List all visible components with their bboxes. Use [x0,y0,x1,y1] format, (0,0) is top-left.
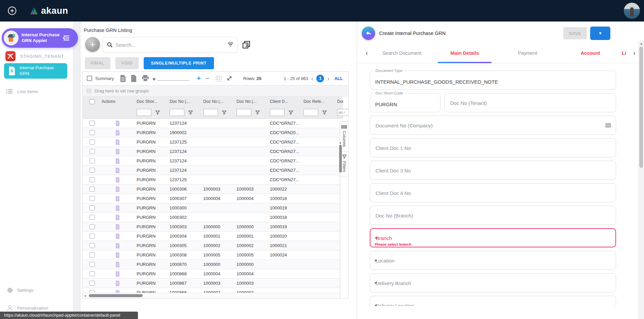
detail-tab[interactable]: Search Document [370,43,433,63]
row-document-icon[interactable] [115,243,120,248]
row-document-icon[interactable] [115,121,120,126]
table-row[interactable]: PURGRN 1000305 1000002 1000002 1000021 [83,241,343,250]
form-field[interactable]: Client Doc 1 No ⋯ [370,138,616,157]
row-document-icon[interactable] [115,252,120,258]
row-document-icon[interactable] [115,234,120,239]
ellipsis-icon[interactable]: ⋯ [605,123,611,128]
row-document-icon[interactable] [115,149,120,154]
sidebar-item-settings[interactable]: Settings [7,287,34,293]
table-row[interactable]: PURGRN 1000868 1000004 1000004 [83,269,343,279]
form-field[interactable]: Location ⋯ [370,251,616,270]
form-field[interactable]: Delivery Location ⋯ [370,296,616,306]
row-checkbox[interactable] [90,149,95,154]
row-document-icon[interactable] [115,205,120,211]
row-checkbox[interactable] [90,168,95,173]
table-row[interactable]: PURGRN 1000303 1000000 1000000 1000019 [83,222,343,232]
applet-header[interactable]: Internal Purchase GRN Applet [2,28,78,48]
row-checkbox[interactable] [90,130,95,135]
column-header[interactable]: Doc No (... [233,99,266,104]
scroll-thumb[interactable] [639,47,643,168]
user-avatar[interactable] [624,3,640,19]
form-field[interactable]: Doc No (Tenant) ⋯ [444,93,616,112]
filter-button[interactable]: VOID [115,57,139,69]
funnel-icon[interactable] [155,111,160,115]
row-document-icon[interactable] [115,139,120,145]
form-field[interactable]: Client Doc 4 No ⋯ [370,183,616,202]
row-group-dropzone[interactable]: Drag here to set row groups [83,85,348,96]
row-checkbox[interactable] [90,139,95,145]
row-document-icon[interactable] [115,224,120,230]
row-document-icon[interactable] [115,271,120,277]
table-row[interactable]: PURGRN 1237124 CDC*GRN27... [83,156,343,166]
global-add-icon[interactable] [7,6,17,15]
sidebar-collapse-icon[interactable] [62,35,70,41]
search-input[interactable] [115,42,227,48]
table-row[interactable]: PURGRN 1237125 CDC*GRN27... [83,137,343,147]
form-field[interactable]: Document Type INTERNAL_PURCHASE_GOODS_RE… [370,71,616,90]
column-filter-input[interactable] [170,109,184,116]
detail-tab[interactable]: Account [559,43,622,63]
funnel-icon[interactable] [255,111,260,115]
form-field[interactable]: Doc No (Branch) ⋯ [370,206,616,225]
row-document-icon[interactable] [115,130,120,135]
column-header[interactable]: Actions [98,99,133,104]
row-checkbox[interactable] [90,224,95,229]
scroll-thumb[interactable] [89,294,143,297]
zoom-out-icon[interactable]: − [205,74,209,82]
row-document-icon[interactable] [115,262,120,267]
column-filter-input[interactable] [237,109,251,116]
sidebar-item-internal-purchase-grn[interactable]: $ Internal Purchase GRN [4,63,67,79]
table-row[interactable]: PURGRN 1000306 1000003 1000003 1000022 [83,185,343,194]
search-filter-icon[interactable] [227,42,234,47]
row-checkbox[interactable] [90,121,95,126]
filter-button[interactable]: FINAL [85,57,110,69]
column-header[interactable]: Doc Refe... [300,99,334,104]
row-checkbox[interactable] [90,243,95,248]
row-checkbox[interactable] [90,158,95,163]
column-header[interactable]: Doc Shor... [133,99,166,104]
funnel-icon[interactable] [322,111,327,115]
export-file-icon[interactable] [120,75,126,82]
filter-button[interactable]: SINGLE/MULTIPLE PRINT [144,57,214,69]
sidebar-item-personalization[interactable]: Personalization [7,305,48,311]
print-icon[interactable] [142,75,149,82]
akaun-logo[interactable]: akaun [30,6,68,16]
column-filter-input[interactable] [270,109,285,116]
open-windows-icon[interactable]: 2 [242,40,251,49]
column-header[interactable]: Client D... [266,99,300,104]
column-header[interactable]: Doc No (... [200,99,233,104]
row-checkbox[interactable] [90,271,95,276]
row-document-icon[interactable] [115,158,120,164]
row-checkbox[interactable] [90,196,95,201]
table-row[interactable]: PURGRN 1000307 1000004 1000004 1000018 [83,194,343,203]
table-row[interactable]: PURGRN 1000870 1000000 1000000 [83,260,343,269]
prev-page-icon[interactable]: ‹ [311,75,313,82]
row-checkbox[interactable] [90,187,95,192]
row-checkbox[interactable] [90,252,95,257]
table-vertical-scrollbar[interactable]: ▲ ▼ [338,140,343,298]
column-filter-input[interactable] [303,109,318,116]
table-row[interactable]: PURGRN 1000302 1000018 [83,213,343,222]
scroll-left-icon[interactable]: ◂ [84,294,86,297]
form-field[interactable]: Document No (Company) ⋯ [370,116,616,135]
blank-file-icon[interactable] [131,75,137,82]
tabs-scroll-right-icon[interactable]: › [631,49,638,57]
scroll-up-icon[interactable]: ▲ [339,141,342,144]
save-button[interactable]: SAVE [563,27,587,39]
row-document-icon[interactable] [115,215,120,220]
print-format-select[interactable] [152,76,189,81]
table-horizontal-scrollbar[interactable]: ◂ ▸ [83,293,348,298]
show-all-link[interactable]: ALL [334,76,343,81]
row-checkbox[interactable] [90,215,95,220]
funnel-icon[interactable] [289,111,293,115]
row-document-icon[interactable] [115,168,120,173]
table-row[interactable]: PURGRN 1000300 1000019 [83,203,343,213]
row-checkbox[interactable] [90,205,95,210]
table-row[interactable]: PURGRN 1237125 CDC*GRN27... [83,175,343,185]
expand-icon[interactable] [226,75,232,81]
detail-tab[interactable]: Main Details [433,43,496,63]
scroll-thumb[interactable] [339,145,342,172]
grid-density-icon[interactable] [215,75,221,81]
row-checkbox[interactable] [90,262,95,267]
column-filter-input[interactable] [203,109,218,116]
